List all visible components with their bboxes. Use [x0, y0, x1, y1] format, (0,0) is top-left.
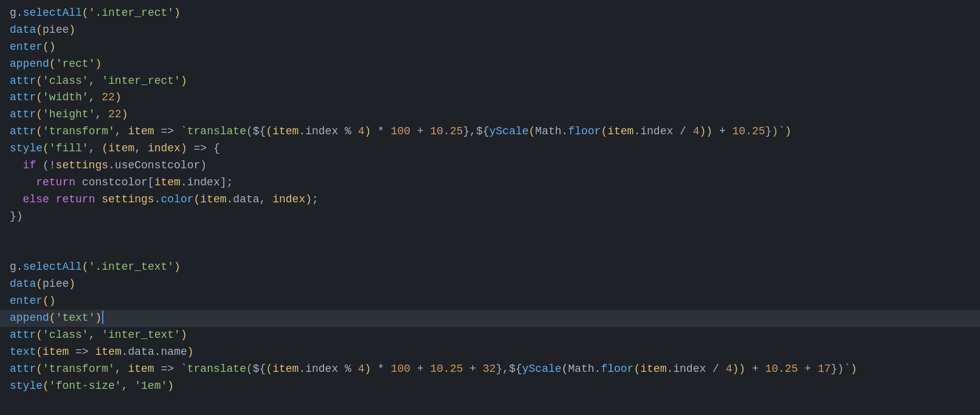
- code-line-12: else return settings.color(item.data, in…: [0, 191, 980, 208]
- code-line-5: attr('class', 'inter_rect'): [0, 73, 980, 90]
- code-line-20: attr('class', 'inter_text'): [0, 327, 980, 344]
- code-line-3: enter(): [0, 39, 980, 56]
- code-line-18: enter(): [0, 293, 980, 310]
- code-line-7: attr('height', 22): [0, 106, 980, 123]
- code-line-16: g.selectAll('.inter_text'): [0, 259, 980, 276]
- code-line-6: attr('width', 22): [0, 89, 980, 106]
- code-line-17: data(piee): [0, 276, 980, 293]
- code-line-15: [0, 242, 980, 259]
- code-editor: g.selectAll('.inter_rect') data(piee) en…: [0, 0, 980, 415]
- code-line-13: }): [0, 208, 980, 225]
- text-cursor: [102, 310, 103, 324]
- code-line-1: g.selectAll('.inter_rect'): [0, 5, 980, 22]
- code-line-4: append('rect'): [0, 56, 980, 73]
- code-line-11: return constcolor[item.index];: [0, 174, 980, 191]
- code-line-21: text(item => item.data.name): [0, 344, 980, 361]
- code-line-10: if (!settings.useConstcolor): [0, 157, 980, 174]
- code-line-8: attr('transform', item => `translate(${(…: [0, 123, 980, 140]
- code-line-22: attr('transform', item => `translate(${(…: [0, 361, 980, 378]
- code-line-14: [0, 225, 980, 242]
- code-line-19: append('text'): [0, 310, 980, 327]
- code-line-23: style('font-size', '1em'): [0, 378, 980, 395]
- code-line-9: style('fill', (item, index) => {: [0, 140, 980, 157]
- code-line-2: data(piee): [0, 22, 980, 39]
